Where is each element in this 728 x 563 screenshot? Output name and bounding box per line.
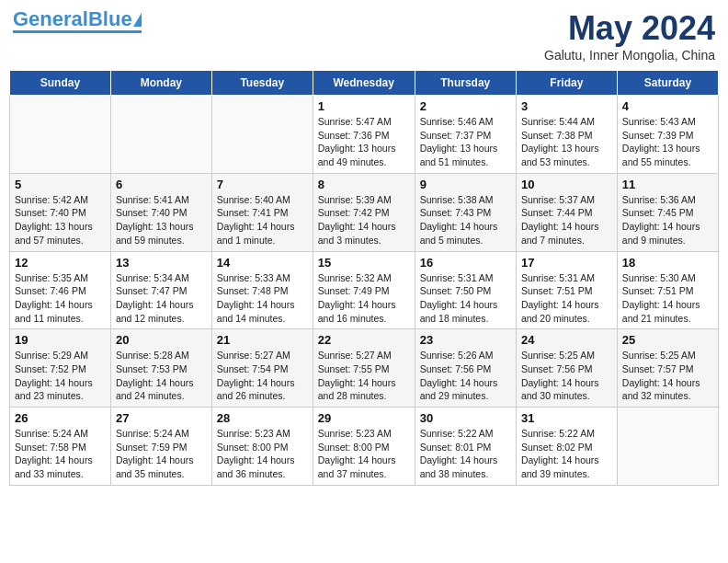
calendar-day-21: 21Sunrise: 5:27 AM Sunset: 7:54 PM Dayli… xyxy=(211,329,313,408)
calendar-day-23: 23Sunrise: 5:26 AM Sunset: 7:56 PM Dayli… xyxy=(415,329,516,408)
day-number: 12 xyxy=(15,256,106,270)
day-number: 15 xyxy=(318,256,410,270)
day-number: 20 xyxy=(116,333,207,347)
title-block: May 2024 Galutu, Inner Mongolia, China xyxy=(544,9,715,63)
weekday-header-sunday: Sunday xyxy=(10,71,111,96)
weekday-header-saturday: Saturday xyxy=(617,71,718,96)
day-info: Sunrise: 5:23 AM Sunset: 8:00 PM Dayligh… xyxy=(217,427,308,481)
day-info: Sunrise: 5:28 AM Sunset: 7:53 PM Dayligh… xyxy=(116,349,207,403)
day-number: 6 xyxy=(116,178,207,191)
calendar-day-16: 16Sunrise: 5:31 AM Sunset: 7:50 PM Dayli… xyxy=(415,251,516,329)
calendar-week-row: 1Sunrise: 5:47 AM Sunset: 7:36 PM Daylig… xyxy=(10,96,719,174)
day-number: 22 xyxy=(318,333,410,347)
day-number: 11 xyxy=(622,178,713,191)
day-number: 1 xyxy=(318,99,410,113)
weekday-header-wednesday: Wednesday xyxy=(313,71,415,96)
calendar-day-26: 26Sunrise: 5:24 AM Sunset: 7:58 PM Dayli… xyxy=(10,408,111,486)
day-number: 17 xyxy=(521,256,612,270)
day-info: Sunrise: 5:41 AM Sunset: 7:40 PM Dayligh… xyxy=(116,193,207,247)
weekday-header-friday: Friday xyxy=(516,71,617,96)
day-number: 9 xyxy=(420,178,511,191)
calendar-week-row: 5Sunrise: 5:42 AM Sunset: 7:40 PM Daylig… xyxy=(10,173,719,251)
day-info: Sunrise: 5:36 AM Sunset: 7:45 PM Dayligh… xyxy=(622,193,713,247)
day-info: Sunrise: 5:25 AM Sunset: 7:56 PM Dayligh… xyxy=(521,349,612,403)
calendar-day-22: 22Sunrise: 5:27 AM Sunset: 7:55 PM Dayli… xyxy=(313,329,415,408)
calendar-empty-cell xyxy=(110,96,211,174)
day-number: 7 xyxy=(217,178,308,191)
day-info: Sunrise: 5:46 AM Sunset: 7:37 PM Dayligh… xyxy=(420,115,511,169)
day-number: 21 xyxy=(217,333,308,347)
calendar-day-14: 14Sunrise: 5:33 AM Sunset: 7:48 PM Dayli… xyxy=(211,251,313,329)
day-number: 24 xyxy=(521,333,612,347)
day-number: 16 xyxy=(420,256,511,270)
calendar-day-20: 20Sunrise: 5:28 AM Sunset: 7:53 PM Dayli… xyxy=(110,329,211,408)
day-info: Sunrise: 5:37 AM Sunset: 7:44 PM Dayligh… xyxy=(521,193,612,247)
day-info: Sunrise: 5:43 AM Sunset: 7:39 PM Dayligh… xyxy=(622,115,713,169)
day-number: 13 xyxy=(116,256,207,270)
day-info: Sunrise: 5:39 AM Sunset: 7:42 PM Dayligh… xyxy=(318,193,410,247)
logo: GeneralBlue xyxy=(13,9,142,33)
day-number: 3 xyxy=(521,99,612,113)
day-info: Sunrise: 5:22 AM Sunset: 8:02 PM Dayligh… xyxy=(521,427,612,481)
calendar-empty-cell xyxy=(10,96,111,174)
day-info: Sunrise: 5:38 AM Sunset: 7:43 PM Dayligh… xyxy=(420,193,511,247)
calendar-day-6: 6Sunrise: 5:41 AM Sunset: 7:40 PM Daylig… xyxy=(110,173,211,251)
day-info: Sunrise: 5:25 AM Sunset: 7:57 PM Dayligh… xyxy=(622,349,713,403)
calendar-day-24: 24Sunrise: 5:25 AM Sunset: 7:56 PM Dayli… xyxy=(516,329,617,408)
calendar-day-28: 28Sunrise: 5:23 AM Sunset: 8:00 PM Dayli… xyxy=(211,408,313,486)
day-number: 5 xyxy=(15,178,106,191)
calendar-week-row: 12Sunrise: 5:35 AM Sunset: 7:46 PM Dayli… xyxy=(10,251,719,329)
day-info: Sunrise: 5:22 AM Sunset: 8:01 PM Dayligh… xyxy=(420,427,511,481)
calendar-day-7: 7Sunrise: 5:40 AM Sunset: 7:41 PM Daylig… xyxy=(211,173,313,251)
day-info: Sunrise: 5:29 AM Sunset: 7:52 PM Dayligh… xyxy=(15,349,106,403)
day-info: Sunrise: 5:35 AM Sunset: 7:46 PM Dayligh… xyxy=(15,271,106,326)
calendar-day-17: 17Sunrise: 5:31 AM Sunset: 7:51 PM Dayli… xyxy=(516,251,617,329)
day-number: 31 xyxy=(521,411,612,425)
day-info: Sunrise: 5:26 AM Sunset: 7:56 PM Dayligh… xyxy=(420,349,511,403)
calendar-day-13: 13Sunrise: 5:34 AM Sunset: 7:47 PM Dayli… xyxy=(110,251,211,329)
calendar-day-2: 2Sunrise: 5:46 AM Sunset: 7:37 PM Daylig… xyxy=(415,96,516,174)
day-number: 19 xyxy=(15,333,106,347)
day-number: 18 xyxy=(622,256,713,270)
day-number: 29 xyxy=(318,411,410,425)
day-info: Sunrise: 5:23 AM Sunset: 8:00 PM Dayligh… xyxy=(318,427,410,481)
calendar-day-8: 8Sunrise: 5:39 AM Sunset: 7:42 PM Daylig… xyxy=(313,173,415,251)
month-title: May 2024 xyxy=(544,9,715,48)
day-number: 4 xyxy=(622,99,713,113)
calendar-day-30: 30Sunrise: 5:22 AM Sunset: 8:01 PM Dayli… xyxy=(415,408,516,486)
calendar-day-19: 19Sunrise: 5:29 AM Sunset: 7:52 PM Dayli… xyxy=(10,329,111,408)
location-text: Galutu, Inner Mongolia, China xyxy=(544,48,715,63)
calendar-empty-cell xyxy=(617,408,718,486)
calendar-day-12: 12Sunrise: 5:35 AM Sunset: 7:46 PM Dayli… xyxy=(10,251,111,329)
day-info: Sunrise: 5:31 AM Sunset: 7:50 PM Dayligh… xyxy=(420,271,511,326)
logo-text: GeneralBlue xyxy=(13,9,132,29)
page-header: GeneralBlue May 2024 Galutu, Inner Mongo… xyxy=(9,9,719,63)
calendar-table: SundayMondayTuesdayWednesdayThursdayFrid… xyxy=(9,70,719,486)
calendar-day-9: 9Sunrise: 5:38 AM Sunset: 7:43 PM Daylig… xyxy=(415,173,516,251)
day-info: Sunrise: 5:24 AM Sunset: 7:59 PM Dayligh… xyxy=(116,427,207,481)
calendar-day-29: 29Sunrise: 5:23 AM Sunset: 8:00 PM Dayli… xyxy=(313,408,415,486)
calendar-day-3: 3Sunrise: 5:44 AM Sunset: 7:38 PM Daylig… xyxy=(516,96,617,174)
calendar-day-15: 15Sunrise: 5:32 AM Sunset: 7:49 PM Dayli… xyxy=(313,251,415,329)
day-info: Sunrise: 5:30 AM Sunset: 7:51 PM Dayligh… xyxy=(622,271,713,326)
day-number: 25 xyxy=(622,333,713,347)
calendar-day-18: 18Sunrise: 5:30 AM Sunset: 7:51 PM Dayli… xyxy=(617,251,718,329)
weekday-header-tuesday: Tuesday xyxy=(211,71,313,96)
day-number: 8 xyxy=(318,178,410,191)
day-info: Sunrise: 5:44 AM Sunset: 7:38 PM Dayligh… xyxy=(521,115,612,169)
calendar-day-1: 1Sunrise: 5:47 AM Sunset: 7:36 PM Daylig… xyxy=(313,96,415,174)
day-info: Sunrise: 5:27 AM Sunset: 7:54 PM Dayligh… xyxy=(217,349,308,403)
logo-triangle-icon xyxy=(133,13,142,27)
day-info: Sunrise: 5:31 AM Sunset: 7:51 PM Dayligh… xyxy=(521,271,612,326)
day-number: 2 xyxy=(420,99,511,113)
calendar-day-27: 27Sunrise: 5:24 AM Sunset: 7:59 PM Dayli… xyxy=(110,408,211,486)
day-info: Sunrise: 5:34 AM Sunset: 7:47 PM Dayligh… xyxy=(116,271,207,326)
day-info: Sunrise: 5:24 AM Sunset: 7:58 PM Dayligh… xyxy=(15,427,106,481)
day-info: Sunrise: 5:40 AM Sunset: 7:41 PM Dayligh… xyxy=(217,193,308,247)
day-info: Sunrise: 5:32 AM Sunset: 7:49 PM Dayligh… xyxy=(318,271,410,326)
calendar-day-10: 10Sunrise: 5:37 AM Sunset: 7:44 PM Dayli… xyxy=(516,173,617,251)
day-info: Sunrise: 5:47 AM Sunset: 7:36 PM Dayligh… xyxy=(318,115,410,169)
calendar-day-4: 4Sunrise: 5:43 AM Sunset: 7:39 PM Daylig… xyxy=(617,96,718,174)
day-number: 30 xyxy=(420,411,511,425)
day-number: 27 xyxy=(116,411,207,425)
